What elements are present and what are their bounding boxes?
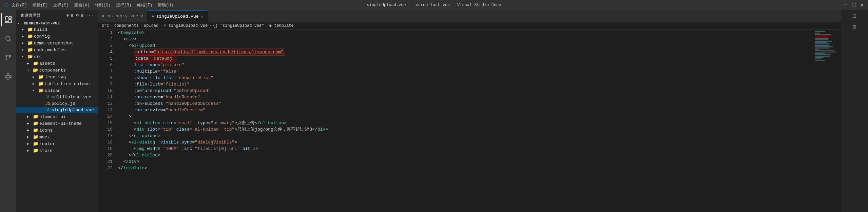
- explorer-icon[interactable]: [1, 13, 15, 26]
- breadcrumb-template[interactable]: ◆ template: [269, 23, 294, 28]
- extensions-icon[interactable]: [1, 70, 15, 83]
- code-line-6: list-type="picture": [118, 62, 814, 68]
- toggle-sidebar-icon[interactable]: ⊟: [853, 12, 856, 20]
- sidebar-item-components[interactable]: ▾ 📂 components: [16, 67, 98, 74]
- sidebar-item-table-tree-column[interactable]: ▶ 📁 table-tree-column: [16, 80, 98, 87]
- sidebar-label-table-tree-column: table-tree-column: [44, 81, 98, 86]
- code-line-10: :before-upload="beforeUpload": [118, 88, 814, 94]
- menu-edit[interactable]: 编辑(E): [33, 2, 48, 8]
- svg-point-6: [6, 55, 7, 57]
- sidebar: 资源管理器 ⊕ ⊞ ⟳ ⊟ ··· ▾ RENREN-FAST-VUE ▶ 📁 …: [16, 10, 98, 212]
- breadcrumb-sep4: ›: [209, 23, 211, 28]
- sidebar-item-demo-screenshot[interactable]: ▶ 📁 demo-screenshot: [16, 40, 98, 46]
- sidebar-item-node-modules[interactable]: ▶ 📁 node_modules: [16, 46, 98, 53]
- more-icon[interactable]: ···: [86, 13, 94, 18]
- folder-icon: 📁: [33, 114, 39, 119]
- menu-file[interactable]: 文件(F): [12, 2, 27, 8]
- code-line-5: :data="dataObj": [118, 55, 814, 62]
- menu-select[interactable]: 选择(S): [53, 2, 69, 8]
- line-num-15: 15: [98, 120, 113, 126]
- source-control-icon[interactable]: [1, 51, 15, 64]
- sidebar-label-assets: assets: [39, 61, 98, 66]
- code-line-19: <img width="100%" :src="fileList[0].url"…: [118, 146, 814, 152]
- svg-rect-2: [9, 20, 12, 23]
- search-icon[interactable]: [1, 32, 15, 45]
- breadcrumb-src[interactable]: src: [102, 23, 109, 28]
- sidebar-item-src[interactable]: ▾ 📂 src: [16, 53, 98, 60]
- sidebar-item-multiupload[interactable]: V multiUpload.vue: [16, 94, 98, 100]
- sidebar-item-policy[interactable]: JS policy.js: [16, 100, 98, 107]
- sidebar-item-singleupload[interactable]: V singleUpload.vue: [16, 107, 98, 113]
- breadcrumb-sep1: ›: [111, 23, 113, 28]
- breadcrumb-sep3: ›: [160, 23, 162, 28]
- new-folder-icon[interactable]: ⊞: [71, 13, 74, 18]
- tab-close-category[interactable]: ✕: [140, 13, 143, 19]
- tab-category[interactable]: ● category.vue ✕: [98, 10, 148, 22]
- folder-icon: 📂: [27, 54, 33, 59]
- sidebar-item-store[interactable]: ▶ 📁 store: [16, 147, 98, 154]
- code-line-20: </el-dialog>: [118, 152, 814, 158]
- vue-indicator: ●: [152, 14, 154, 19]
- line-numbers: 1 2 3 4 5 6 7 8 9 10 11 12 13 14 15 16 1…: [98, 30, 115, 212]
- code-line-22: </template>: [118, 165, 814, 171]
- sidebar-tree: ▾ RENREN-FAST-VUE ▶ 📁 build ▶ 📁 config ▶: [16, 21, 98, 212]
- sidebar-item-assets[interactable]: ▶ 📁 assets: [16, 60, 98, 67]
- breadcrumb-scope[interactable]: {} "singleUpload.vue": [213, 23, 264, 28]
- title-bar-controls: ─ □ ✕: [844, 3, 864, 7]
- sidebar-label-mock: mock: [39, 135, 98, 140]
- code-line-15: <el-button size="small" type="primary">点…: [118, 120, 814, 126]
- menu-goto[interactable]: 转到(G): [95, 2, 111, 8]
- sidebar-label-router: router: [39, 141, 98, 147]
- tabs-bar: ● category.vue ✕ ● singleUpload.vue ✕: [98, 10, 841, 22]
- collapse-all-icon[interactable]: ⊟: [81, 13, 84, 18]
- sidebar-item-build[interactable]: ▶ 📁 build: [16, 26, 98, 33]
- tree-root[interactable]: ▾ RENREN-FAST-VUE: [16, 21, 98, 26]
- sidebar-item-router[interactable]: ▶ 📁 router: [16, 140, 98, 147]
- breadcrumb-components[interactable]: components: [114, 23, 139, 28]
- line-num-17: 17: [98, 133, 113, 139]
- toggle-panel-icon[interactable]: ⊠: [853, 23, 856, 31]
- line-num-13: 13: [98, 107, 113, 113]
- line-num-12: 12: [98, 100, 113, 107]
- code-line-21: </div>: [118, 158, 814, 165]
- sidebar-item-upload[interactable]: ▾ 📂 upload: [16, 87, 98, 94]
- folder-icon: 📁: [27, 40, 33, 46]
- svg-line-5: [9, 40, 11, 41]
- svg-point-4: [6, 36, 10, 41]
- close-button[interactable]: ✕: [860, 3, 864, 7]
- tab-label-singleupload: singleUpload.vue: [156, 14, 199, 19]
- sidebar-item-mock[interactable]: ▶ 📁 mock: [16, 134, 98, 140]
- svg-rect-3: [5, 21, 8, 23]
- sidebar-label-upload: upload: [44, 88, 98, 93]
- breadcrumb-file[interactable]: V singleUpload.vue: [163, 23, 208, 28]
- sidebar-item-config[interactable]: ▶ 📁 config: [16, 33, 98, 40]
- menu-help[interactable]: 帮助(H): [158, 2, 173, 8]
- sidebar-item-icons[interactable]: ▶ 📁 icons: [16, 127, 98, 134]
- sidebar-item-icon-svg[interactable]: ▶ 📁 icon-svg: [16, 74, 98, 80]
- folder-icon: 📁: [33, 128, 39, 133]
- refresh-icon[interactable]: ⟳: [76, 13, 79, 18]
- minimize-button[interactable]: ─: [844, 3, 848, 7]
- code-line-2: <div>: [118, 36, 814, 42]
- line-num-2: 2: [98, 36, 113, 42]
- tab-close-singleupload[interactable]: ✕: [201, 14, 204, 19]
- code-line-16: <div slot="tip" class="el-upload__tip">只…: [118, 126, 814, 133]
- code-line-11: :on-remove="handleRemove": [118, 94, 814, 100]
- sidebar-item-element-ui-theme[interactable]: ▶ 📁 element-ui-theme: [16, 120, 98, 127]
- sidebar-label-store: store: [39, 148, 98, 153]
- sidebar-header-icons: ⊕ ⊞ ⟳ ⊟ ···: [66, 13, 94, 18]
- menu-view[interactable]: 查看(V): [74, 2, 90, 8]
- code-area[interactable]: <template> <div> <el-upload action="http…: [115, 30, 814, 212]
- new-file-icon[interactable]: ⊕: [66, 13, 69, 18]
- tab-singleupload[interactable]: ● singleUpload.vue ✕: [148, 10, 208, 22]
- sidebar-label-multiupload: multiUpload.vue: [51, 95, 98, 100]
- menu-run[interactable]: 运行(R): [116, 2, 132, 8]
- menu-terminal[interactable]: 终端(T): [137, 2, 153, 8]
- line-num-21: 21: [98, 158, 113, 165]
- sidebar-item-element-ui[interactable]: ▶ 📁 element-ui: [16, 113, 98, 120]
- breadcrumb-upload[interactable]: upload: [144, 23, 158, 28]
- maximize-button[interactable]: □: [852, 3, 856, 7]
- svg-rect-10: [5, 76, 7, 78]
- line-num-14: 14: [98, 113, 113, 120]
- folder-icon: 📁: [33, 148, 39, 153]
